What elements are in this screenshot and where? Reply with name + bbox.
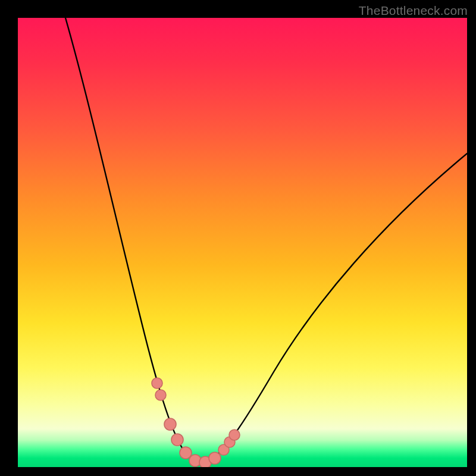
watermark-text: TheBottleneck.com xyxy=(359,4,468,18)
plot-area xyxy=(18,18,467,467)
chart-frame: TheBottleneck.com xyxy=(0,0,476,476)
